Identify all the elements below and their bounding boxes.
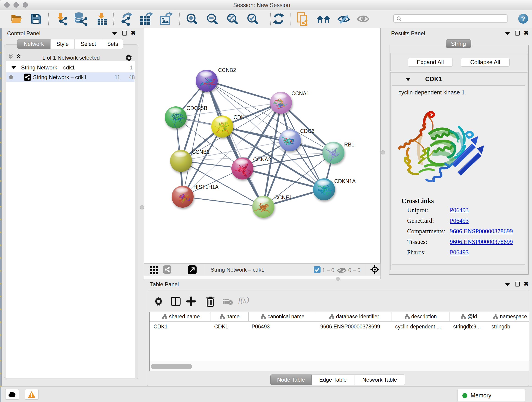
svg-text:CDC25B: CDC25B [186, 105, 207, 111]
svg-text:RB1: RB1 [344, 142, 355, 148]
svg-text:CCNA1: CCNA1 [291, 90, 309, 96]
svg-text:CCNB1: CCNB1 [192, 149, 210, 155]
svg-text:CDK1: CDK1 [234, 114, 247, 120]
svg-text:CDC6: CDC6 [300, 128, 315, 134]
svg-text:CCNA2: CCNA2 [253, 157, 271, 162]
svg-text:CCNE1: CCNE1 [274, 195, 292, 201]
svg-text:CDKN1A: CDKN1A [334, 178, 356, 184]
svg-text:CCNB2: CCNB2 [218, 67, 236, 73]
svg-text:HIST1H1A: HIST1H1A [193, 184, 219, 190]
